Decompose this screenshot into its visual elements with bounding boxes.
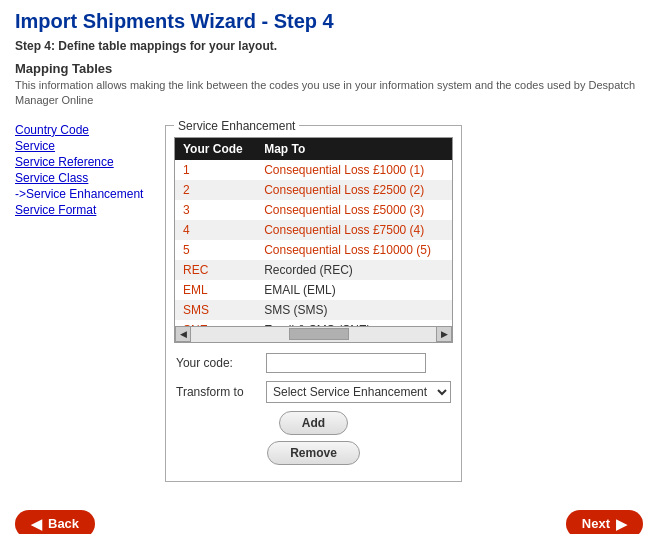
- back-label: Back: [48, 516, 79, 531]
- next-arrow-icon: ▶: [616, 516, 627, 532]
- table-row[interactable]: 1Consequential Loss £1000 (1): [175, 160, 452, 180]
- footer-bar: ◀ Back Next ▶: [15, 502, 643, 534]
- your-code-row: Your code:: [174, 353, 453, 373]
- cell-your-code: REC: [175, 260, 256, 280]
- horizontal-scrollbar[interactable]: ◀ ▶: [174, 327, 453, 343]
- col-header-your-code: Your Code: [175, 138, 256, 160]
- cell-your-code: 2: [175, 180, 256, 200]
- add-button[interactable]: Add: [279, 411, 348, 435]
- cell-map-to: Recorded (REC): [256, 260, 452, 280]
- transform-to-row: Transform to Select Service EnhancementC…: [174, 381, 453, 403]
- mapping-table-scroll[interactable]: Your Code Map To 1Consequential Loss £10…: [174, 137, 453, 327]
- cell-map-to: Email & SMS (SNE): [256, 320, 452, 327]
- cell-map-to: Consequential Loss £2500 (2): [256, 180, 452, 200]
- scroll-left-btn[interactable]: ◀: [175, 326, 191, 342]
- col-header-map-to: Map To: [256, 138, 452, 160]
- cell-your-code: 3: [175, 200, 256, 220]
- table-row[interactable]: 5Consequential Loss £10000 (5): [175, 240, 452, 260]
- your-code-input[interactable]: [266, 353, 426, 373]
- cell-your-code: 4: [175, 220, 256, 240]
- cell-map-to: EMAIL (EML): [256, 280, 452, 300]
- page-title: Import Shipments Wizard - Step 4: [15, 10, 643, 33]
- remove-btn-row: Remove: [174, 441, 453, 465]
- back-button[interactable]: ◀ Back: [15, 510, 95, 534]
- mapping-table: Your Code Map To 1Consequential Loss £10…: [175, 138, 452, 327]
- sidebar-item-service[interactable]: Service: [15, 139, 155, 153]
- table-row[interactable]: RECRecorded (REC): [175, 260, 452, 280]
- mapping-tables-desc: This information allows making the link …: [15, 78, 643, 109]
- table-row[interactable]: 2Consequential Loss £2500 (2): [175, 180, 452, 200]
- cell-your-code: 5: [175, 240, 256, 260]
- sidebar-item-service-enhancement[interactable]: ->Service Enhancement: [15, 187, 155, 201]
- panel-legend: Service Enhancement: [174, 119, 299, 133]
- remove-button[interactable]: Remove: [267, 441, 360, 465]
- sidebar-item-service-reference[interactable]: Service Reference: [15, 155, 155, 169]
- table-row[interactable]: EMLEMAIL (EML): [175, 280, 452, 300]
- next-label: Next: [582, 516, 610, 531]
- table-row[interactable]: SNEEmail & SMS (SNE): [175, 320, 452, 327]
- service-enhancement-panel: Service Enhancement Your Code Map To 1Co…: [165, 119, 462, 482]
- table-row[interactable]: SMSSMS (SMS): [175, 300, 452, 320]
- step-label: Step 4: Define table mappings for your l…: [15, 39, 643, 53]
- add-btn-row: Add: [174, 411, 453, 435]
- cell-map-to: Consequential Loss £1000 (1): [256, 160, 452, 180]
- cell-map-to: Consequential Loss £5000 (3): [256, 200, 452, 220]
- your-code-label: Your code:: [176, 356, 266, 370]
- cell-map-to: Consequential Loss £7500 (4): [256, 220, 452, 240]
- table-row[interactable]: 3Consequential Loss £5000 (3): [175, 200, 452, 220]
- next-button[interactable]: Next ▶: [566, 510, 643, 534]
- sidebar-item-service-class[interactable]: Service Class: [15, 171, 155, 185]
- sidebar-item-service-format[interactable]: Service Format: [15, 203, 155, 217]
- mapping-tables-title: Mapping Tables: [15, 61, 643, 76]
- cell-map-to: SMS (SMS): [256, 300, 452, 320]
- scroll-thumb[interactable]: [289, 328, 349, 340]
- back-arrow-icon: ◀: [31, 516, 42, 532]
- cell-your-code: EML: [175, 280, 256, 300]
- cell-map-to: Consequential Loss £10000 (5): [256, 240, 452, 260]
- cell-your-code: SMS: [175, 300, 256, 320]
- sidebar-item-country-code[interactable]: Country Code: [15, 123, 155, 137]
- table-row[interactable]: 4Consequential Loss £7500 (4): [175, 220, 452, 240]
- scroll-right-btn[interactable]: ▶: [436, 326, 452, 342]
- scroll-track: [193, 328, 434, 340]
- sidebar: Country Code Service Service Reference S…: [15, 119, 155, 482]
- cell-your-code: 1: [175, 160, 256, 180]
- transform-to-label: Transform to: [176, 385, 266, 399]
- service-enhancement-select[interactable]: Select Service EnhancementConsequential …: [266, 381, 451, 403]
